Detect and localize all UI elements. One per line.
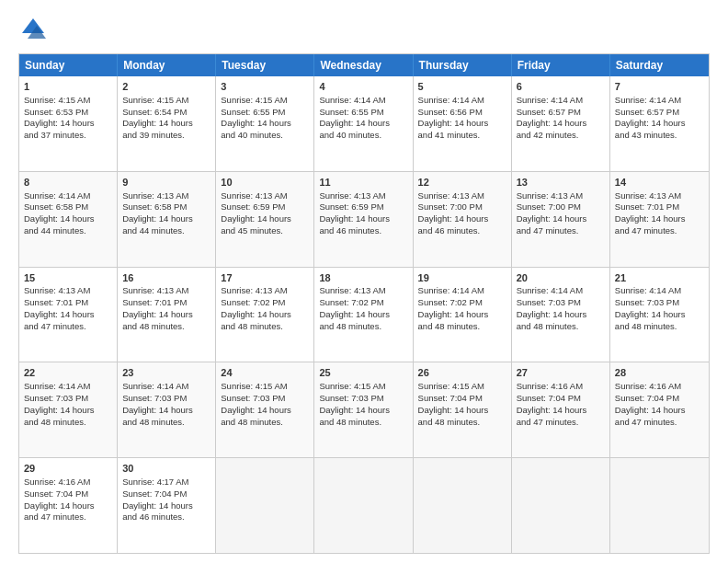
cal-cell-empty <box>414 458 512 553</box>
calendar-row-3: 15Sunrise: 4:13 AMSunset: 7:01 PMDayligh… <box>19 267 709 362</box>
day-num: 12 <box>418 176 506 190</box>
calendar-row-2: 8Sunrise: 4:14 AMSunset: 6:58 PMDaylight… <box>19 171 709 267</box>
cal-cell-18: 18Sunrise: 4:13 AMSunset: 7:02 PMDayligh… <box>314 268 413 362</box>
cal-cell-4: 4Sunrise: 4:14 AMSunset: 6:55 PMDaylight… <box>314 76 413 171</box>
cal-cell-8: 8Sunrise: 4:14 AMSunset: 6:58 PMDaylight… <box>19 172 118 267</box>
day-num: 9 <box>122 176 210 190</box>
calendar: SundayMondayTuesdayWednesdayThursdayFrid… <box>18 53 710 554</box>
day-num: 17 <box>221 271 309 285</box>
day-num: 8 <box>24 176 112 190</box>
cal-cell-5: 5Sunrise: 4:14 AMSunset: 6:56 PMDaylight… <box>414 76 512 171</box>
day-num: 18 <box>319 271 407 285</box>
day-num: 10 <box>221 176 309 190</box>
day-num: 16 <box>122 271 210 285</box>
calendar-body: 1Sunrise: 4:15 AMSunset: 6:53 PMDaylight… <box>19 76 709 553</box>
calendar-row-1: 1Sunrise: 4:15 AMSunset: 6:53 PMDaylight… <box>19 76 709 171</box>
cal-cell-1: 1Sunrise: 4:15 AMSunset: 6:53 PMDaylight… <box>19 76 118 171</box>
calendar-row-4: 22Sunrise: 4:14 AMSunset: 7:03 PMDayligh… <box>19 362 709 457</box>
day-num: 5 <box>418 80 506 94</box>
cal-cell-27: 27Sunrise: 4:16 AMSunset: 7:04 PMDayligh… <box>512 362 610 457</box>
day-num: 25 <box>319 366 407 380</box>
cal-cell-empty <box>610 458 709 553</box>
day-num: 3 <box>221 80 309 94</box>
day-num: 2 <box>122 80 210 94</box>
cal-cell-24: 24Sunrise: 4:15 AMSunset: 7:03 PMDayligh… <box>216 362 314 457</box>
cal-cell-empty <box>314 458 413 553</box>
day-num: 23 <box>122 366 210 380</box>
cal-cell-9: 9Sunrise: 4:13 AMSunset: 6:58 PMDaylight… <box>118 172 216 267</box>
day-num: 27 <box>517 366 605 380</box>
header-day-thursday: Thursday <box>414 54 512 76</box>
day-num: 24 <box>221 366 309 380</box>
cal-cell-2: 2Sunrise: 4:15 AMSunset: 6:54 PMDaylight… <box>118 76 216 171</box>
header-day-sunday: Sunday <box>19 54 118 76</box>
svg-marker-0 <box>22 18 44 33</box>
cal-cell-10: 10Sunrise: 4:13 AMSunset: 6:59 PMDayligh… <box>216 172 314 267</box>
header-day-monday: Monday <box>118 54 216 76</box>
logo <box>18 15 53 44</box>
cal-cell-17: 17Sunrise: 4:13 AMSunset: 7:02 PMDayligh… <box>216 268 314 362</box>
cal-cell-16: 16Sunrise: 4:13 AMSunset: 7:01 PMDayligh… <box>118 268 216 362</box>
day-num: 21 <box>615 271 704 285</box>
header-day-friday: Friday <box>512 54 610 76</box>
cal-cell-empty <box>512 458 610 553</box>
cal-cell-29: 29Sunrise: 4:16 AMSunset: 7:04 PMDayligh… <box>19 458 118 553</box>
header <box>18 15 710 44</box>
header-day-saturday: Saturday <box>610 54 709 76</box>
day-num: 15 <box>24 271 112 285</box>
cal-cell-30: 30Sunrise: 4:17 AMSunset: 7:04 PMDayligh… <box>118 458 216 553</box>
cal-cell-13: 13Sunrise: 4:13 AMSunset: 7:00 PMDayligh… <box>512 172 610 267</box>
cal-cell-26: 26Sunrise: 4:15 AMSunset: 7:04 PMDayligh… <box>414 362 512 457</box>
day-num: 7 <box>615 80 704 94</box>
cal-cell-empty <box>216 458 314 553</box>
header-day-tuesday: Tuesday <box>216 54 314 76</box>
day-num: 28 <box>615 366 704 380</box>
cal-cell-25: 25Sunrise: 4:15 AMSunset: 7:03 PMDayligh… <box>314 362 413 457</box>
cal-cell-19: 19Sunrise: 4:14 AMSunset: 7:02 PMDayligh… <box>414 268 512 362</box>
cal-cell-20: 20Sunrise: 4:14 AMSunset: 7:03 PMDayligh… <box>512 268 610 362</box>
cal-cell-22: 22Sunrise: 4:14 AMSunset: 7:03 PMDayligh… <box>19 362 118 457</box>
cal-cell-15: 15Sunrise: 4:13 AMSunset: 7:01 PMDayligh… <box>19 268 118 362</box>
page: SundayMondayTuesdayWednesdayThursdayFrid… <box>0 0 728 563</box>
logo-icon <box>18 15 48 44</box>
day-num: 14 <box>615 176 704 190</box>
day-num: 11 <box>319 176 407 190</box>
cal-cell-14: 14Sunrise: 4:13 AMSunset: 7:01 PMDayligh… <box>610 172 709 267</box>
day-num: 19 <box>418 271 506 285</box>
cal-cell-3: 3Sunrise: 4:15 AMSunset: 6:55 PMDaylight… <box>216 76 314 171</box>
day-num: 29 <box>24 462 112 476</box>
cal-cell-21: 21Sunrise: 4:14 AMSunset: 7:03 PMDayligh… <box>610 268 709 362</box>
day-num: 6 <box>517 80 605 94</box>
cal-cell-28: 28Sunrise: 4:16 AMSunset: 7:04 PMDayligh… <box>610 362 709 457</box>
calendar-row-5: 29Sunrise: 4:16 AMSunset: 7:04 PMDayligh… <box>19 457 709 553</box>
cal-cell-7: 7Sunrise: 4:14 AMSunset: 6:57 PMDaylight… <box>610 76 709 171</box>
cal-cell-12: 12Sunrise: 4:13 AMSunset: 7:00 PMDayligh… <box>414 172 512 267</box>
day-num: 13 <box>517 176 605 190</box>
calendar-header-row: SundayMondayTuesdayWednesdayThursdayFrid… <box>19 54 709 76</box>
day-num: 22 <box>24 366 112 380</box>
cal-cell-6: 6Sunrise: 4:14 AMSunset: 6:57 PMDaylight… <box>512 76 610 171</box>
day-num: 4 <box>319 80 407 94</box>
day-num: 26 <box>418 366 506 380</box>
cal-cell-23: 23Sunrise: 4:14 AMSunset: 7:03 PMDayligh… <box>118 362 216 457</box>
day-num: 1 <box>24 80 112 94</box>
day-num: 20 <box>517 271 605 285</box>
cal-cell-11: 11Sunrise: 4:13 AMSunset: 6:59 PMDayligh… <box>314 172 413 267</box>
day-num: 30 <box>122 462 210 476</box>
header-day-wednesday: Wednesday <box>314 54 413 76</box>
